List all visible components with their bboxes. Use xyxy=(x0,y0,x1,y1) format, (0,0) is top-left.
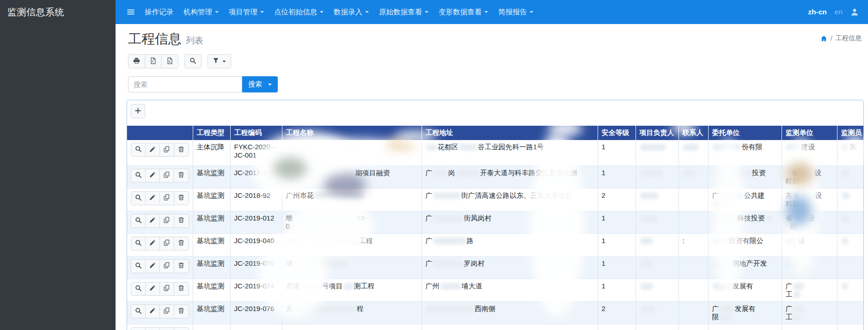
cell-monitoring-unit xyxy=(782,324,837,330)
cell-project-owner xyxy=(636,165,679,188)
redacted-smudge xyxy=(842,144,849,151)
cell-project-address: 花都区谷工业园先科一路1号 xyxy=(422,140,598,165)
row-view-button[interactable] xyxy=(131,169,146,183)
pencil-icon xyxy=(149,194,156,202)
search-button[interactable]: 搜索 xyxy=(242,76,278,92)
export-doc-button[interactable]: a, xyxy=(161,54,178,68)
redacted-smudge xyxy=(433,192,461,199)
cell-project-owner xyxy=(636,211,679,233)
row-copy-button[interactable] xyxy=(159,282,174,296)
row-delete-button[interactable] xyxy=(174,237,189,251)
row-view-button[interactable] xyxy=(131,282,146,296)
print-button[interactable] xyxy=(128,54,145,68)
lang-zh-cn-toggle[interactable]: zh-cn xyxy=(808,8,826,16)
cell-actions xyxy=(127,165,193,188)
nav-item-project-management[interactable]: 项目管理 xyxy=(224,7,269,17)
lang-en-toggle[interactable]: en xyxy=(835,8,843,16)
cell-project-address: 广街凤岗村 xyxy=(422,211,598,233)
trash-icon xyxy=(178,285,184,293)
row-edit-button[interactable] xyxy=(145,282,160,296)
copy-icon xyxy=(164,217,170,225)
row-copy-button[interactable] xyxy=(159,143,174,157)
row-copy-button[interactable] xyxy=(159,237,174,251)
export-excel-button[interactable]: x xyxy=(145,54,162,68)
home-icon[interactable] xyxy=(820,35,827,42)
row-delete-button[interactable] xyxy=(174,191,189,205)
row-view-button[interactable] xyxy=(131,327,146,330)
cell-client-unit: 投资 xyxy=(708,165,782,188)
redacted-smudge xyxy=(287,238,359,244)
redacted-smudge xyxy=(720,192,744,199)
row-delete-button[interactable] xyxy=(174,327,189,330)
cell-project-type: 基坑监测 xyxy=(193,188,230,211)
search-toggle-button[interactable] xyxy=(184,54,202,68)
hamburger-icon[interactable] xyxy=(122,8,140,16)
row-copy-button[interactable] xyxy=(159,259,174,273)
cell-text-fragment: 设 xyxy=(808,214,815,222)
cell-project-address: 广路 xyxy=(422,233,598,256)
row-delete-button[interactable] xyxy=(174,282,189,296)
redacted-smudge xyxy=(683,144,699,151)
cell-client-unit: 发展有 xyxy=(708,279,782,301)
user-icon[interactable] xyxy=(850,8,859,16)
redacted-smudge xyxy=(343,283,354,290)
nav-item-raw-data-view[interactable]: 原始数据查看 xyxy=(374,7,434,17)
row-delete-button[interactable] xyxy=(174,143,189,157)
row-view-button[interactable] xyxy=(131,214,146,228)
page-title: 工程信息 xyxy=(128,31,182,46)
printer-icon xyxy=(133,57,140,66)
copy-icon xyxy=(164,285,170,293)
nav-item-org-management[interactable]: 机构管理 xyxy=(178,7,224,17)
row-edit-button[interactable] xyxy=(145,259,160,273)
cell-project-name xyxy=(282,324,422,330)
row-edit-button[interactable] xyxy=(145,237,160,251)
cell-contact xyxy=(679,324,708,330)
nav-item-briefing-report[interactable]: 简报报告 xyxy=(493,7,538,17)
row-edit-button[interactable] xyxy=(145,143,160,157)
cell-text-fragment: 省 xyxy=(791,169,798,177)
redacted-smudge xyxy=(720,306,734,312)
navbar-right: zh-cn en xyxy=(808,8,862,16)
row-delete-button[interactable] xyxy=(174,259,189,273)
row-edit-button[interactable] xyxy=(145,305,160,318)
nav-item-label: 原始数据查看 xyxy=(379,7,422,17)
row-edit-button[interactable] xyxy=(145,327,160,330)
nav-item-data-entry[interactable]: 数据录入 xyxy=(329,7,374,17)
filter-dropdown-button[interactable] xyxy=(208,54,231,68)
row-view-button[interactable] xyxy=(131,191,146,205)
row-view-button[interactable] xyxy=(131,305,146,318)
cell-text-fragment: 投资 xyxy=(752,169,766,177)
row-edit-button[interactable] xyxy=(145,191,160,205)
cell-contact xyxy=(679,211,708,233)
column-header: 委托单位 xyxy=(708,126,782,140)
row-delete-button[interactable] xyxy=(174,305,189,318)
row-view-button[interactable] xyxy=(131,259,146,273)
nav-item-label: 项目管理 xyxy=(229,7,257,17)
redacted-smudge xyxy=(793,306,804,312)
row-copy-button[interactable] xyxy=(159,169,174,183)
row-view-button[interactable] xyxy=(131,237,146,251)
cell-project-code xyxy=(230,324,282,330)
cell-contact xyxy=(679,279,708,301)
nav-item-deformation-data-view[interactable]: 变形数据查看 xyxy=(434,7,493,17)
nav-item-operation-log[interactable]: 操作记录 xyxy=(140,7,178,17)
row-copy-button[interactable] xyxy=(159,214,174,228)
row-copy-button[interactable] xyxy=(159,191,174,205)
row-delete-button[interactable] xyxy=(174,169,189,183)
row-edit-button[interactable] xyxy=(145,169,160,183)
row-edit-button[interactable] xyxy=(145,214,160,228)
trash-icon xyxy=(178,194,184,202)
row-view-button[interactable] xyxy=(131,143,146,157)
cell-project-owner xyxy=(636,233,679,256)
cell-project-owner xyxy=(636,301,679,324)
row-delete-button[interactable] xyxy=(174,214,189,228)
add-record-button[interactable] xyxy=(131,104,145,118)
cell-project-address: 西南侧 xyxy=(422,301,598,324)
row-copy-button[interactable] xyxy=(159,305,174,318)
search-input[interactable] xyxy=(128,76,242,92)
cell-project-address: 广罗岗村 xyxy=(422,256,598,279)
nav-item-point-initial-info[interactable]: 点位初始信息 xyxy=(269,7,329,17)
cell-text-fragment: : xyxy=(683,237,685,244)
cell-actions xyxy=(127,211,193,233)
row-copy-button[interactable] xyxy=(159,327,174,330)
